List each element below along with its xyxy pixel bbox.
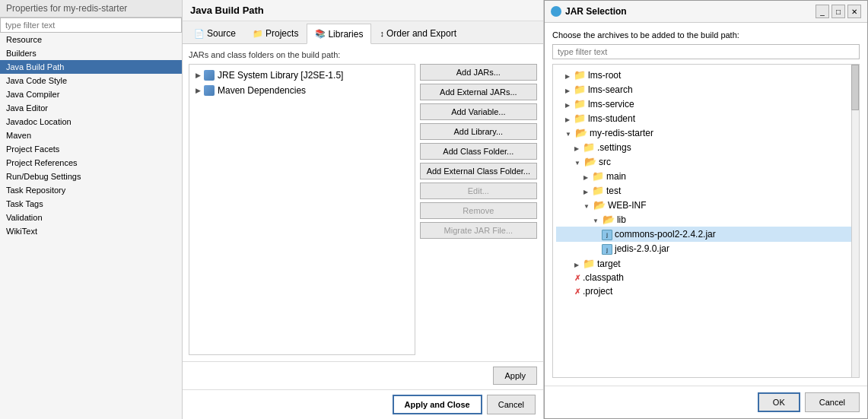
build-path-area: ▶ JRE System Library [J2SE-1.5] ▶ Maven … xyxy=(189,64,537,355)
commons-pool2-label: commons-pool2-2.4.2.jar xyxy=(615,229,716,240)
properties-title: Properties for my-redis-starter xyxy=(6,3,127,14)
sidebar-item-wikitext[interactable]: WikiText xyxy=(0,224,182,238)
properties-nav: Resource Builders Java Build Path Java C… xyxy=(0,33,182,419)
dialog-body: Choose the archives to be added to the b… xyxy=(545,23,867,386)
sidebar-item-task-tags[interactable]: Task Tags xyxy=(0,197,182,211)
lms-search-arrow xyxy=(565,84,571,95)
add-variable-button[interactable]: Add Variable... xyxy=(420,103,537,120)
add-external-jars-button[interactable]: Add External JARs... xyxy=(420,84,537,100)
build-path-tree[interactable]: ▶ JRE System Library [J2SE-1.5] ▶ Maven … xyxy=(189,64,415,355)
dialog-logo-icon xyxy=(551,6,561,17)
settings-label: .settings xyxy=(597,142,631,153)
apply-button-area: Apply xyxy=(183,361,543,389)
lms-search-folder-icon: 📁 xyxy=(574,84,586,95)
tree-lms-student[interactable]: 📁 lms-student xyxy=(556,111,856,125)
order-tab-icon: ↕ xyxy=(380,29,384,38)
jar-cancel-button[interactable]: Cancel xyxy=(805,392,860,412)
sidebar-item-project-references[interactable]: Project References xyxy=(0,156,182,170)
properties-filter-input[interactable] xyxy=(0,17,182,33)
sidebar-item-validation[interactable]: Validation xyxy=(0,211,182,224)
jar-filter-input[interactable] xyxy=(552,44,860,59)
tree-target[interactable]: 📁 target xyxy=(556,256,856,271)
target-arrow xyxy=(574,259,580,269)
scrollbar-thumb[interactable] xyxy=(851,65,859,110)
tree-webinf[interactable]: 📂 WEB-INF xyxy=(556,198,856,212)
add-library-button[interactable]: Add Library... xyxy=(420,123,537,140)
lib-label: lib xyxy=(617,214,626,225)
main-label: main xyxy=(606,171,626,182)
main-footer-buttons: Apply and Close Cancel xyxy=(183,389,543,419)
lms-student-folder-icon: 📁 xyxy=(574,113,586,124)
project-label: .project xyxy=(583,286,612,297)
tab-projects[interactable]: 📁 Projects xyxy=(244,24,307,43)
properties-panel: Properties for my-redis-starter Resource… xyxy=(0,0,183,419)
sidebar-item-task-repository[interactable]: Task Repository xyxy=(0,183,182,197)
dialog-title-bar: JAR Selection _ □ ✕ xyxy=(545,1,867,23)
lms-service-folder-icon: 📁 xyxy=(574,98,586,110)
sidebar-item-javadoc-location[interactable]: Javadoc Location xyxy=(0,115,182,129)
src-arrow xyxy=(574,157,582,167)
tree-item-jre[interactable]: ▶ JRE System Library [J2SE-1.5] xyxy=(192,68,412,83)
sidebar-item-builders[interactable]: Builders xyxy=(0,46,182,60)
tab-libraries[interactable]: 📚 Libraries xyxy=(307,24,371,44)
add-class-folder-button[interactable]: Add Class Folder... xyxy=(420,143,537,160)
build-path-content: JARs and class folders on the build path… xyxy=(183,44,543,361)
tree-scrollbar[interactable] xyxy=(851,65,859,377)
classpath-label: .classpath xyxy=(583,272,624,283)
tree-lib[interactable]: 📂 lib xyxy=(556,212,856,227)
edit-button[interactable]: Edit... xyxy=(420,183,537,199)
jar-tree[interactable]: 📁 lms-root 📁 lms-search 📁 lms-service 📁 … xyxy=(552,64,860,378)
tree-commons-pool2-jar[interactable]: j commons-pool2-2.4.2.jar xyxy=(556,227,856,242)
main-arrow xyxy=(583,171,590,182)
add-external-class-folder-button[interactable]: Add External Class Folder... xyxy=(420,163,537,179)
properties-header: Properties for my-redis-starter xyxy=(0,0,182,17)
apply-button[interactable]: Apply xyxy=(493,367,537,385)
tree-lms-service[interactable]: 📁 lms-service xyxy=(556,97,856,111)
tree-settings[interactable]: 📁 .settings xyxy=(556,140,856,154)
sidebar-item-java-build-path[interactable]: Java Build Path xyxy=(0,60,182,74)
jar-ok-button[interactable]: OK xyxy=(758,392,800,412)
tree-project[interactable]: ✗ .project xyxy=(556,284,856,298)
dialog-footer: OK Cancel xyxy=(545,386,867,418)
sidebar-item-resource[interactable]: Resource xyxy=(0,33,182,46)
dialog-minimize-button[interactable]: _ xyxy=(816,5,829,18)
dialog-window-controls: _ □ ✕ xyxy=(816,5,861,18)
jar-selection-dialog: JAR Selection _ □ ✕ Choose the archives … xyxy=(544,0,868,419)
libraries-tab-icon: 📚 xyxy=(315,29,326,39)
main-panel: Java Build Path 📄 Source 📁 Projects 📚 Li… xyxy=(183,0,544,419)
tree-lms-root[interactable]: 📁 lms-root xyxy=(556,68,856,82)
lms-service-arrow xyxy=(565,99,571,110)
tree-jedis-jar[interactable]: j jedis-2.9.0.jar xyxy=(556,242,856,257)
migrate-jar-button[interactable]: Migrate JAR File... xyxy=(420,222,537,239)
source-tab-icon: 📄 xyxy=(194,29,205,39)
sidebar-item-project-facets[interactable]: Project Facets xyxy=(0,142,182,156)
webinf-label: WEB-INF xyxy=(608,200,647,211)
sidebar-item-maven[interactable]: Maven xyxy=(0,129,182,142)
tree-src[interactable]: 📂 src xyxy=(556,154,856,169)
jre-lib-icon xyxy=(203,69,215,81)
my-redis-arrow xyxy=(565,128,573,138)
tab-order-export[interactable]: ↕ Order and Export xyxy=(371,24,465,43)
test-arrow xyxy=(583,186,590,196)
tree-lms-search[interactable]: 📁 lms-search xyxy=(556,82,856,97)
main-cancel-button[interactable]: Cancel xyxy=(487,395,536,414)
tree-classpath[interactable]: ✗ .classpath xyxy=(556,271,856,284)
remove-button[interactable]: Remove xyxy=(420,202,537,219)
sidebar-item-java-compiler[interactable]: Java Compiler xyxy=(0,87,182,101)
add-jars-button[interactable]: Add JARs... xyxy=(420,64,537,81)
sidebar-item-java-code-style[interactable]: Java Code Style xyxy=(0,74,182,87)
sidebar-item-run-debug-settings[interactable]: Run/Debug Settings xyxy=(0,170,182,183)
tree-my-redis-starter[interactable]: 📂 my-redis-starter xyxy=(556,125,856,140)
tab-source[interactable]: 📄 Source xyxy=(186,24,244,43)
tree-item-maven[interactable]: ▶ Maven Dependencies xyxy=(192,83,412,98)
tabs-bar: 📄 Source 📁 Projects 📚 Libraries ↕ Order … xyxy=(183,21,543,44)
tree-main[interactable]: 📁 main xyxy=(556,169,856,183)
jedis-label: jedis-2.9.0.jar xyxy=(615,243,669,254)
test-folder-icon: 📁 xyxy=(592,185,604,196)
tree-test[interactable]: 📁 test xyxy=(556,183,856,198)
my-redis-label: my-redis-starter xyxy=(590,128,653,138)
dialog-maximize-button[interactable]: □ xyxy=(831,5,845,18)
sidebar-item-java-editor[interactable]: Java Editor xyxy=(0,101,182,115)
dialog-close-button[interactable]: ✕ xyxy=(847,5,861,18)
apply-and-close-button[interactable]: Apply and Close xyxy=(393,395,482,414)
